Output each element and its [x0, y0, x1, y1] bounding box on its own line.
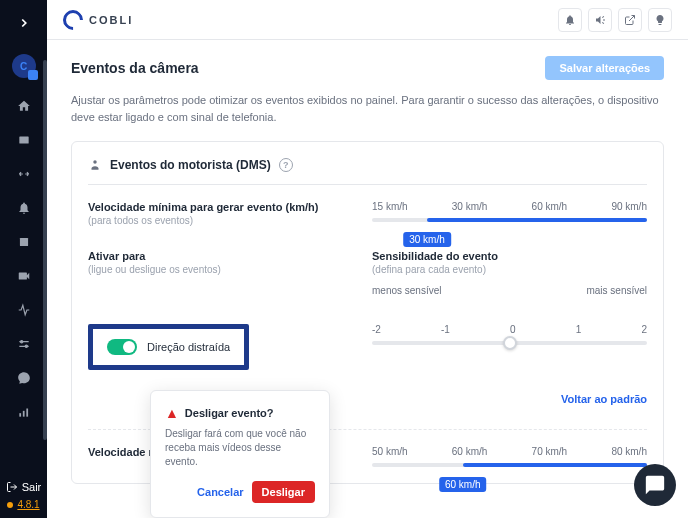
popover-confirm-button[interactable]: Desligar — [252, 481, 315, 503]
slider2-value-badge: 60 km/h — [439, 477, 487, 492]
warning-icon: ▲ — [165, 405, 179, 421]
route-icon[interactable] — [16, 166, 32, 182]
hints-button[interactable] — [648, 8, 672, 32]
min-speed-slider[interactable]: 30 km/h — [372, 218, 647, 222]
info-icon[interactable]: ? — [279, 158, 293, 172]
popover-title: Desligar evento? — [185, 407, 274, 419]
min-speed-sub: (para todos os eventos) — [88, 215, 348, 226]
svg-point-2 — [20, 341, 22, 343]
analytics-icon[interactable] — [16, 404, 32, 420]
org-logo-icon[interactable]: C — [12, 54, 36, 78]
sidebar-expand-button[interactable] — [9, 8, 39, 42]
brand: COBLI — [63, 10, 133, 30]
reset-link[interactable]: Voltar ao padrão — [561, 393, 647, 405]
brand-logo-icon — [59, 5, 87, 33]
sensitivity-sub: (defina para cada evento) — [372, 264, 647, 275]
svg-point-7 — [93, 160, 97, 164]
version-indicator-icon — [7, 502, 13, 508]
sens-ticks: -2 -1 0 1 2 — [372, 324, 647, 335]
slider-handle[interactable] — [503, 336, 517, 350]
slider1-value-badge: 30 km/h — [403, 232, 451, 247]
logout-label: Sair — [22, 481, 42, 493]
slider1-ticks: 15 km/h 30 km/h 60 km/h 90 km/h — [372, 201, 647, 212]
svg-rect-6 — [26, 409, 28, 417]
topbar: COBLI — [47, 0, 688, 40]
slider2-ticks: 50 km/h 60 km/h 70 km/h 80 km/h — [372, 446, 647, 457]
camera-icon[interactable] — [16, 268, 32, 284]
external-link-button[interactable] — [618, 8, 642, 32]
version-link[interactable]: 4.8.1 — [17, 499, 39, 510]
svg-rect-1 — [19, 238, 27, 246]
chat-icon[interactable] — [16, 370, 32, 386]
sens-less-label: menos sensível — [372, 285, 441, 296]
sens-more-label: mais sensível — [586, 285, 647, 296]
sensitivity-label: Sensibilidade do evento — [372, 250, 647, 262]
dms-section-title: Eventos do motorista (DMS) — [110, 158, 271, 172]
map-icon[interactable] — [16, 132, 32, 148]
sensitivity-slider[interactable] — [372, 341, 647, 345]
chat-fab-button[interactable] — [634, 464, 676, 506]
logout-button[interactable]: Sair — [6, 481, 42, 493]
min-speed-slider-2[interactable]: 60 km/h — [372, 463, 647, 467]
sidebar: C Sair 4.8.1 — [0, 0, 47, 518]
announcements-button[interactable] — [588, 8, 612, 32]
svg-rect-0 — [19, 137, 28, 144]
activate-sub: (ligue ou desligue os eventos) — [88, 264, 348, 275]
popover-cancel-button[interactable]: Cancelar — [197, 481, 243, 503]
notifications-button[interactable] — [558, 8, 582, 32]
activate-label: Ativar para — [88, 250, 348, 262]
distracted-driving-label: Direção distraída — [147, 341, 230, 353]
brand-text: COBLI — [89, 14, 133, 26]
driver-icon — [88, 158, 102, 172]
settings-icon[interactable] — [16, 336, 32, 352]
alerts-icon[interactable] — [16, 200, 32, 216]
home-icon[interactable] — [16, 98, 32, 114]
svg-rect-4 — [19, 413, 21, 417]
distracted-driving-toggle[interactable] — [107, 339, 137, 355]
svg-rect-5 — [22, 411, 24, 417]
page-title: Eventos da câmera — [71, 60, 199, 76]
content: Eventos da câmera Salvar alterações Ajus… — [47, 40, 688, 518]
popover-text: Desligar fará com que você não receba ma… — [165, 427, 315, 469]
pulse-icon[interactable] — [16, 302, 32, 318]
toggle-highlight-box: Direção distraída — [88, 324, 249, 370]
save-button[interactable]: Salvar alterações — [545, 56, 664, 80]
min-speed-label: Velocidade mínima para gerar evento (km/… — [88, 201, 348, 213]
page-description: Ajustar os parâmetros pode otimizar os e… — [71, 92, 664, 125]
svg-point-3 — [25, 345, 27, 347]
disable-event-popover: ▲ Desligar evento? Desligar fará com que… — [150, 390, 330, 518]
report-icon[interactable] — [16, 234, 32, 250]
